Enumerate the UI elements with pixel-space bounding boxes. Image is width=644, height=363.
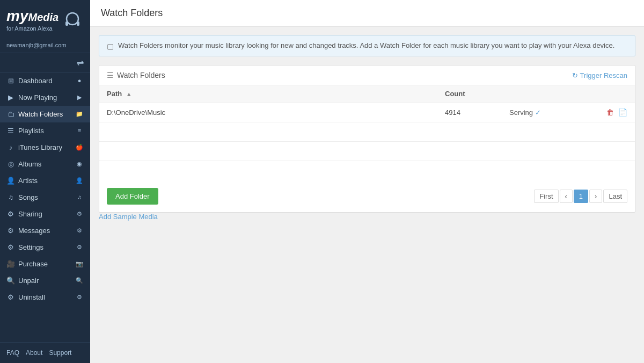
sidebar-item-albums[interactable]: ◎ Albums ◉: [0, 156, 90, 172]
sidebar-item-uninstall[interactable]: ⚙ Uninstall ⚙: [0, 289, 90, 306]
user-email: newmanjb@gmail.com: [0, 38, 90, 53]
sidebar-item-itunes-library[interactable]: ♪ iTunes Library 🍎: [0, 139, 90, 156]
sidebar-label-settings: Settings: [18, 243, 43, 251]
logo-area: myMedia for Amazon Alexa: [0, 0, 90, 38]
delete-folder-icon[interactable]: 🗑: [606, 108, 614, 117]
serving-label: Serving: [509, 108, 533, 117]
empty-row-3: [99, 161, 635, 180]
rescan-label: Trigger Rescan: [580, 71, 627, 79]
sidebar-label-watch-folders: Watch Folders: [18, 110, 63, 118]
messages-cog-icon: ⚙: [75, 227, 84, 234]
watch-folders-icon: 🗀: [6, 110, 15, 118]
playlists-icon: ☰: [6, 127, 15, 135]
sidebar-item-messages[interactable]: ⚙ Messages ⚙: [0, 222, 90, 239]
sidebar: myMedia for Amazon Alexa newmanjb@gmail.…: [0, 0, 90, 363]
folder-info-icon[interactable]: 📄: [618, 108, 627, 117]
pagination-first[interactable]: First: [534, 190, 558, 203]
row-actions: 🗑 📄: [595, 108, 627, 117]
watch-folders-panel: ☰ Watch Folders ↻ Trigger Rescan Path ▲ …: [99, 65, 635, 213]
pagination-current[interactable]: 1: [574, 190, 588, 203]
rescan-icon: ↻: [572, 71, 578, 79]
col-header-count: Count: [445, 90, 509, 98]
trigger-rescan-button[interactable]: ↻ Trigger Rescan: [572, 71, 627, 79]
sidebar-label-messages: Messages: [18, 227, 50, 235]
purchase-icon: 🎥: [6, 260, 15, 268]
sidebar-item-purchase[interactable]: 🎥 Purchase 📷: [0, 256, 90, 272]
sidebar-label-purchase: Purchase: [18, 260, 48, 268]
footer-faq[interactable]: FAQ: [6, 349, 19, 357]
songs-icon: ♫: [6, 193, 15, 201]
sidebar-item-watch-folders[interactable]: 🗀 Watch Folders 📁: [0, 106, 90, 122]
now-playing-arrow-icon: ▶: [75, 94, 84, 101]
panel-header-left: ☰ Watch Folders: [107, 71, 165, 79]
sidebar-footer: FAQ About Support: [0, 342, 90, 363]
svg-rect-2: [77, 21, 79, 26]
logo-media: Media: [28, 11, 58, 23]
songs-note-icon: ♫: [75, 194, 84, 200]
col-header-path: Path ▲: [107, 90, 445, 98]
pagination: First ‹ 1 › Last: [534, 190, 627, 203]
add-sample-media-link[interactable]: Add Sample Media: [99, 213, 635, 221]
sidebar-item-dashboard[interactable]: ⊞ Dashboard ●: [0, 72, 90, 89]
info-banner-text: Watch Folders monitor your music library…: [118, 41, 614, 49]
panel-header: ☰ Watch Folders ↻ Trigger Rescan: [99, 66, 635, 85]
settings-icon: ⚙: [6, 243, 15, 251]
page-header: Watch Folders: [90, 0, 644, 27]
albums-disc-icon: ◉: [75, 161, 84, 168]
sidebar-item-artists[interactable]: 👤 Artists 👤: [0, 172, 90, 189]
sidebar-item-now-playing[interactable]: ▶ Now Playing ▶: [0, 89, 90, 106]
svg-point-0: [67, 13, 78, 25]
sort-arrow-icon: ▲: [126, 91, 132, 97]
dashboard-icon: ⊞: [6, 77, 15, 85]
albums-icon: ◎: [6, 160, 15, 168]
pagination-next[interactable]: ›: [589, 190, 602, 203]
uninstall-gear-icon: ⚙: [75, 294, 84, 301]
sidebar-item-playlists[interactable]: ☰ Playlists ≡: [0, 122, 90, 139]
watch-folders-folder-icon: 📁: [75, 111, 84, 118]
sidebar-item-unpair[interactable]: 🔍 Unpair 🔍: [0, 272, 90, 289]
row-status: Serving ✓: [509, 108, 595, 117]
artists-icon: 👤: [6, 177, 15, 185]
playlists-list-icon: ≡: [75, 127, 84, 134]
row-count: 4914: [445, 108, 509, 117]
info-banner-icon: ▢: [107, 42, 114, 50]
sidebar-label-itunes: iTunes Library: [18, 143, 62, 151]
empty-row-1: [99, 122, 635, 142]
sidebar-label-artists: Artists: [18, 177, 38, 185]
pagination-last[interactable]: Last: [603, 190, 627, 203]
footer-about[interactable]: About: [26, 349, 42, 357]
sidebar-item-settings[interactable]: ⚙ Settings ⚙: [0, 239, 90, 256]
sidebar-label-now-playing: Now Playing: [18, 93, 57, 101]
unpair-icon: 🔍: [6, 277, 15, 285]
table-header: Path ▲ Count: [99, 85, 635, 103]
pagination-prev[interactable]: ‹: [560, 190, 573, 203]
sidebar-label-sharing: Sharing: [18, 210, 42, 218]
info-banner: ▢ Watch Folders monitor your music libra…: [99, 35, 635, 56]
sharing-icon: ⚙: [6, 210, 15, 218]
uninstall-icon: ⚙: [6, 293, 15, 301]
serving-check-icon: ✓: [535, 108, 541, 117]
logo-my: my: [6, 8, 28, 24]
row-path: D:\OneDrive\Music: [107, 108, 445, 117]
purchase-camera-icon: 📷: [75, 260, 84, 267]
sidebar-label-unpair: Unpair: [18, 277, 39, 285]
unpair-search-icon: 🔍: [75, 277, 84, 284]
settings-gear-icon: ⚙: [75, 244, 84, 251]
sidebar-label-dashboard: Dashboard: [18, 77, 53, 85]
sidebar-nav: ⊞ Dashboard ● ▶ Now Playing ▶ 🗀 Watch Fo…: [0, 72, 90, 342]
sidebar-item-songs[interactable]: ♫ Songs ♫: [0, 189, 90, 206]
sidebar-label-playlists: Playlists: [18, 127, 44, 135]
itunes-icon: ♪: [6, 143, 15, 151]
panel-footer: Add Folder First ‹ 1 › Last: [99, 180, 635, 212]
footer-support[interactable]: Support: [49, 349, 71, 357]
filter-icon[interactable]: ⇌: [77, 57, 84, 68]
table-row: D:\OneDrive\Music 4914 Serving ✓ 🗑 📄: [99, 103, 635, 122]
svg-rect-1: [65, 21, 68, 26]
logo-subtitle: for Amazon Alexa: [6, 25, 58, 32]
sidebar-label-uninstall: Uninstall: [18, 293, 45, 301]
itunes-apple-icon: 🍎: [75, 144, 84, 151]
sidebar-item-sharing[interactable]: ⚙ Sharing ⚙: [0, 206, 90, 222]
add-folder-button[interactable]: Add Folder: [107, 188, 158, 205]
count-label: Count: [445, 90, 465, 98]
empty-row-2: [99, 142, 635, 161]
